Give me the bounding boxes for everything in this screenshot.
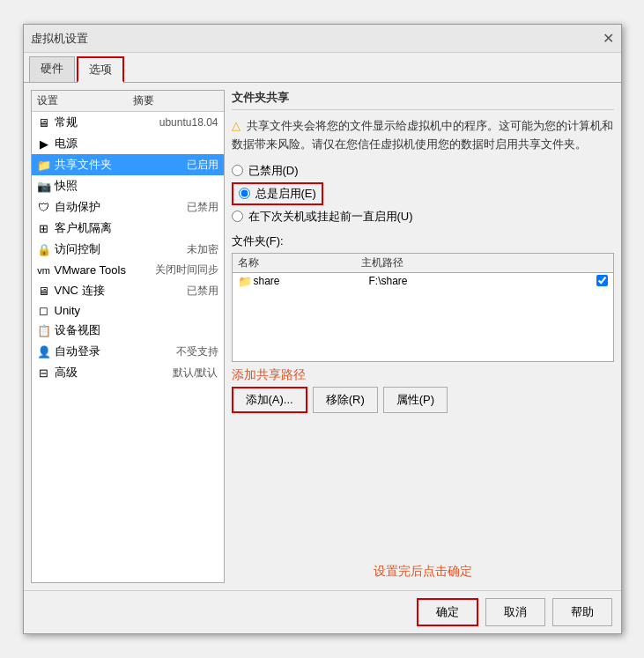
path-col-header: 主机路径 xyxy=(361,255,608,270)
radio-until-shutdown-label: 在下次关机或挂起前一直启用(U) xyxy=(248,209,413,225)
sidebar-item-advanced[interactable]: ⊟ 高级 默认/默认 xyxy=(32,362,224,383)
lock-icon: 🔒 xyxy=(37,243,51,255)
dialog-footer: 确定 取消 帮助 xyxy=(24,590,621,633)
sidebar-item-device-view[interactable]: 📋 设备视图 xyxy=(32,320,224,341)
sidebar-item-value: 已禁用 xyxy=(187,284,218,299)
vnc-icon: 🖥 xyxy=(37,285,51,297)
help-button[interactable]: 帮助 xyxy=(552,598,612,626)
tab-hardware[interactable]: 硬件 xyxy=(29,56,75,82)
device-icon: 📋 xyxy=(37,324,51,336)
radio-until-shutdown-input[interactable] xyxy=(232,211,243,222)
sidebar-item-autoprotect[interactable]: 🛡 自动保护 已禁用 xyxy=(32,196,224,218)
sidebar-item-value: 关闭时间同步 xyxy=(155,262,218,277)
isolation-icon: ⊞ xyxy=(37,222,51,234)
close-button[interactable]: ✕ xyxy=(603,30,614,47)
tab-bar: 硬件 选项 xyxy=(24,53,621,83)
sidebar-item-unity[interactable]: ◻ Unity xyxy=(32,301,224,320)
file-path: F:\share xyxy=(369,275,593,287)
virtual-machine-settings-dialog: 虚拟机设置 ✕ 硬件 选项 设置 摘要 🖥 常规 ubuntu18.04 ▶ 电… xyxy=(23,24,622,634)
unity-icon: ◻ xyxy=(37,305,51,317)
summary-col-header: 摘要 xyxy=(128,91,224,111)
sidebar-item-vnc[interactable]: 🖥 VNC 连接 已禁用 xyxy=(32,280,224,301)
files-table: 名称 主机路径 📁 share F:\share xyxy=(232,253,614,362)
name-col-header: 名称 xyxy=(238,255,361,270)
remove-button[interactable]: 移除(R) xyxy=(313,387,378,413)
radio-disabled-label: 已禁用(D) xyxy=(248,163,299,179)
monitor-icon: 🖥 xyxy=(37,116,51,129)
files-section-label: 文件夹(F): xyxy=(232,233,614,249)
settings-list-header: 设置 摘要 xyxy=(32,91,224,112)
sharing-info: △ 共享文件夹会将您的文件显示给虚拟机中的程序。这可能为您的计算机和数据带来风险… xyxy=(232,117,614,154)
advanced-icon: ⊟ xyxy=(37,366,51,379)
dialog-title: 虚拟机设置 xyxy=(31,31,88,47)
cancel-button[interactable]: 取消 xyxy=(485,598,545,626)
sidebar-item-shared-folders[interactable]: 📁 共享文件夹 已启用 xyxy=(32,154,224,175)
file-enabled-checkbox[interactable] xyxy=(596,275,608,286)
ok-button[interactable]: 确定 xyxy=(417,598,478,626)
sidebar-item-label: 自动保护 xyxy=(55,199,183,215)
sidebar-item-value: 未加密 xyxy=(187,242,218,257)
sidebar-item-label: 快照 xyxy=(55,178,215,194)
shield-icon: 🛡 xyxy=(37,201,51,213)
sidebar-item-value: 默认/默认 xyxy=(173,366,218,381)
sidebar-item-label: 设备视图 xyxy=(55,322,215,338)
sidebar-item-power[interactable]: ▶ 电源 xyxy=(32,133,224,154)
power-icon: ▶ xyxy=(37,137,51,150)
sidebar-item-label: 访问控制 xyxy=(55,241,183,257)
sidebar-item-label: 常规 xyxy=(55,115,156,130)
sidebar-item-label: Unity xyxy=(55,304,215,317)
camera-icon: 📷 xyxy=(37,180,51,192)
settings-list: 设置 摘要 🖥 常规 ubuntu18.04 ▶ 电源 📁 共享文件夹 已启用 … xyxy=(31,90,225,583)
sharing-mode-radio-group: 已禁用(D) 总是启用(E) 在下次关机或挂起前一直启用(U) xyxy=(232,163,614,225)
sidebar-item-guest-isolation[interactable]: ⊞ 客户机隔离 xyxy=(32,218,224,239)
files-table-body: 📁 share F:\share xyxy=(233,273,613,361)
sidebar-item-label: 电源 xyxy=(55,136,215,152)
tab-options[interactable]: 选项 xyxy=(77,56,124,83)
sidebar-item-autologin[interactable]: 👤 自动登录 不受支持 xyxy=(32,341,224,362)
sidebar-item-value: 已启用 xyxy=(187,158,218,173)
sidebar-item-snapshots[interactable]: 📷 快照 xyxy=(32,175,224,196)
vmtools-icon: vm xyxy=(37,264,51,277)
sidebar-item-general[interactable]: 🖥 常规 ubuntu18.04 xyxy=(32,112,224,133)
sidebar-item-value: 已禁用 xyxy=(187,200,218,215)
sidebar-item-label: 高级 xyxy=(55,365,170,381)
settings-col-header: 设置 xyxy=(32,91,128,111)
files-table-header: 名称 主机路径 xyxy=(233,254,613,273)
folder-row-icon: 📁 xyxy=(238,275,250,287)
add-button[interactable]: 添加(A)... xyxy=(232,387,307,413)
radio-always-input[interactable] xyxy=(239,188,250,199)
warning-icon: △ xyxy=(232,119,241,132)
sidebar-item-value: ubuntu18.04 xyxy=(159,116,218,129)
sidebar-item-vmware-tools[interactable]: vm VMware Tools 关闭时间同步 xyxy=(32,260,224,280)
files-action-buttons: 添加(A)... 移除(R) 属性(P) xyxy=(232,387,614,413)
title-bar: 虚拟机设置 ✕ xyxy=(24,25,621,53)
properties-button[interactable]: 属性(P) xyxy=(383,387,448,413)
sidebar-item-label: 自动登录 xyxy=(55,344,173,359)
add-shared-path-link[interactable]: 添加共享路径 xyxy=(232,367,614,383)
radio-disabled[interactable]: 已禁用(D) xyxy=(232,163,614,179)
sidebar-item-label: 共享文件夹 xyxy=(55,157,183,173)
table-row[interactable]: 📁 share F:\share xyxy=(233,273,613,289)
radio-until-shutdown[interactable]: 在下次关机或挂起前一直启用(U) xyxy=(232,209,614,225)
sidebar-item-access-control[interactable]: 🔒 访问控制 未加密 xyxy=(32,239,224,260)
section-title: 文件夹共享 xyxy=(232,90,614,110)
sidebar-item-label: 客户机隔离 xyxy=(55,220,215,236)
sidebar-item-label: VNC 连接 xyxy=(55,283,183,299)
folder-icon: 📁 xyxy=(37,159,51,171)
file-name: share xyxy=(254,275,366,287)
bottom-note: 设置完后点击确定 xyxy=(232,560,614,583)
right-panel: 文件夹共享 △ 共享文件夹会将您的文件显示给虚拟机中的程序。这可能为您的计算机和… xyxy=(232,90,614,583)
login-icon: 👤 xyxy=(37,345,51,358)
sidebar-item-value: 不受支持 xyxy=(176,344,218,359)
main-content: 设置 摘要 🖥 常规 ubuntu18.04 ▶ 电源 📁 共享文件夹 已启用 … xyxy=(24,83,621,590)
sidebar-item-label: VMware Tools xyxy=(55,263,152,277)
radio-disabled-input[interactable] xyxy=(232,165,243,176)
radio-always[interactable]: 总是启用(E) xyxy=(232,182,323,205)
sharing-info-text: 共享文件夹会将您的文件显示给虚拟机中的程序。这可能为您的计算机和数据带来风险。请… xyxy=(232,119,613,151)
radio-always-label: 总是启用(E) xyxy=(255,186,316,202)
